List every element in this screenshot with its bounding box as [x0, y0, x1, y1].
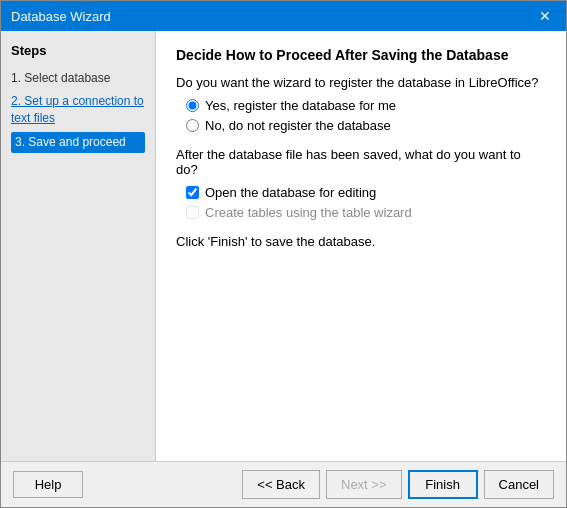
after-save-checkbox-group: Open the database for editing Create tab… — [186, 185, 546, 220]
footer: Help << Back Next >> Finish Cancel — [1, 461, 566, 507]
main-content: Decide How to Proceed After Saving the D… — [156, 31, 566, 461]
radio-no-label[interactable]: No, do not register the database — [205, 118, 391, 133]
sidebar-item-step2: 2. Set up a connection to text files — [11, 93, 145, 127]
question1: Do you want the wizard to register the d… — [176, 75, 546, 90]
database-wizard-dialog: Database Wizard ✕ Steps 1. Select databa… — [0, 0, 567, 508]
main-title: Decide How to Proceed After Saving the D… — [176, 47, 546, 63]
title-bar: Database Wizard ✕ — [1, 1, 566, 31]
checkbox-tables-item: Create tables using the table wizard — [186, 205, 546, 220]
finish-note: Click 'Finish' to save the database. — [176, 234, 546, 249]
finish-button[interactable]: Finish — [408, 470, 478, 499]
step2-link-text: 2. Set up a connection to text files — [11, 94, 144, 125]
sidebar-item-step3: 3. Save and proceed — [11, 132, 145, 153]
radio-yes-item: Yes, register the database for me — [186, 98, 546, 113]
step2-link[interactable]: 2. Set up a connection to text files — [11, 94, 144, 125]
cancel-button[interactable]: Cancel — [484, 470, 554, 499]
radio-yes-label[interactable]: Yes, register the database for me — [205, 98, 396, 113]
footer-right-buttons: << Back Next >> Finish Cancel — [242, 470, 554, 499]
register-radio-group: Yes, register the database for me No, do… — [186, 98, 546, 133]
radio-no[interactable] — [186, 119, 199, 132]
checkbox-open-item: Open the database for editing — [186, 185, 546, 200]
checkbox-tables-label: Create tables using the table wizard — [205, 205, 412, 220]
question2: After the database file has been saved, … — [176, 147, 546, 177]
step1-label: 1. Select database — [11, 71, 110, 85]
checkbox-tables — [186, 206, 199, 219]
checkbox-open[interactable] — [186, 186, 199, 199]
back-button[interactable]: << Back — [242, 470, 320, 499]
next-button: Next >> — [326, 470, 402, 499]
content-area: Steps 1. Select database 2. Set up a con… — [1, 31, 566, 461]
radio-no-item: No, do not register the database — [186, 118, 546, 133]
dialog-title: Database Wizard — [11, 9, 111, 24]
sidebar-heading: Steps — [11, 43, 145, 58]
help-button[interactable]: Help — [13, 471, 83, 498]
sidebar-item-step1: 1. Select database — [11, 70, 145, 87]
close-button[interactable]: ✕ — [534, 7, 556, 25]
radio-yes[interactable] — [186, 99, 199, 112]
checkbox-open-label[interactable]: Open the database for editing — [205, 185, 376, 200]
step3-label: 3. Save and proceed — [15, 135, 126, 149]
sidebar: Steps 1. Select database 2. Set up a con… — [1, 31, 156, 461]
